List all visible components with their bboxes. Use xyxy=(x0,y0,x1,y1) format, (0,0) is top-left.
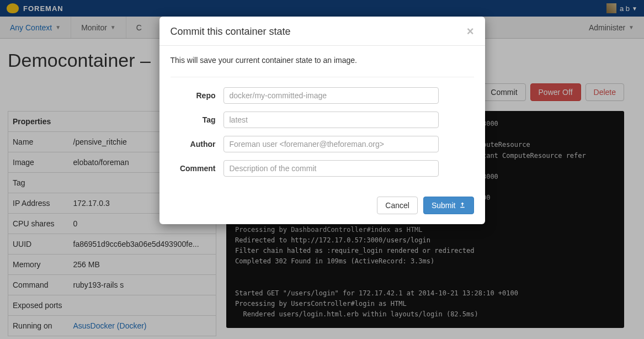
cancel-button[interactable]: Cancel xyxy=(377,197,418,214)
repo-label: Repo xyxy=(171,91,216,100)
close-icon[interactable]: × xyxy=(467,25,474,38)
author-label: Author xyxy=(171,140,216,149)
modal-footer: Cancel Submit xyxy=(159,189,485,224)
commit-modal: Commit this container state × This will … xyxy=(159,17,485,224)
upload-icon xyxy=(459,202,466,210)
tag-input[interactable] xyxy=(223,112,439,128)
modal-header: Commit this container state × xyxy=(159,17,485,46)
repo-input[interactable] xyxy=(223,87,439,104)
modal-title: Commit this container state xyxy=(171,26,467,38)
comment-label: Comment xyxy=(171,164,216,173)
submit-label: Submit xyxy=(432,201,456,210)
author-input[interactable] xyxy=(223,136,439,152)
submit-button[interactable]: Submit xyxy=(423,197,474,214)
comment-input[interactable] xyxy=(223,160,439,177)
modal-body: This will save your current container st… xyxy=(159,46,485,189)
tag-label: Tag xyxy=(171,115,216,124)
modal-intro: This will save your current container st… xyxy=(171,56,474,65)
